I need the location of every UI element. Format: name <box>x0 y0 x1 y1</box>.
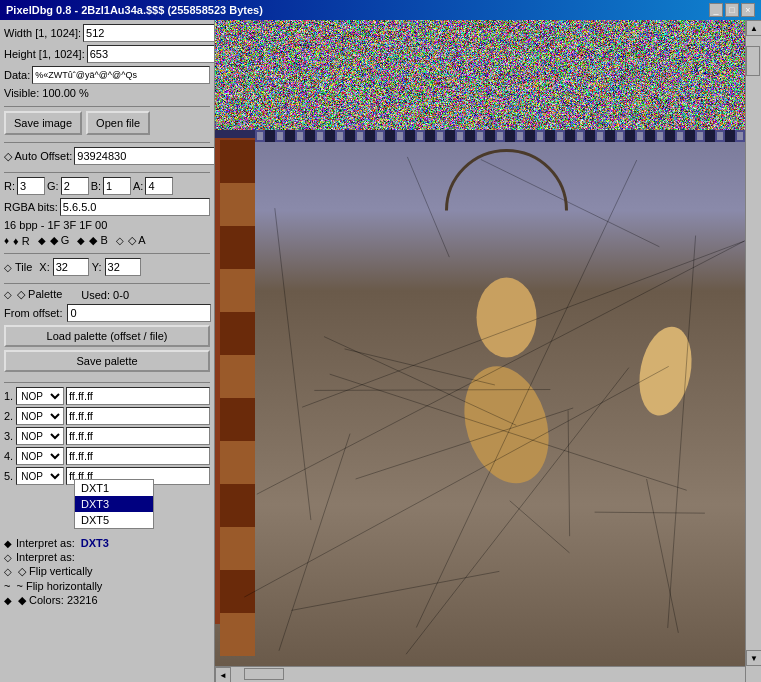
b-input[interactable] <box>103 177 131 195</box>
interpret-filled-row: ◆ Interpret as: DXT3 <box>4 537 210 549</box>
flip-horizontal-row[interactable]: ~ ~ Flip horizontally <box>4 580 210 592</box>
scroll-thumb-v[interactable] <box>746 46 760 76</box>
bits-label: RGBA bits: <box>4 201 58 213</box>
g-diamond-icon: ◆ <box>38 235 46 246</box>
divider5 <box>4 283 210 284</box>
width-row: Width [1, 1024]: <box>4 24 210 42</box>
nop-color-4[interactable] <box>66 447 210 465</box>
nop-row-3: 3. NOP <box>4 427 210 445</box>
palette-diamond-icon: ◇ <box>4 289 12 300</box>
r-label: R: <box>4 180 15 192</box>
colors-row: ◆ ◆ Colors: 23216 <box>4 594 210 607</box>
height-input[interactable] <box>87 45 215 63</box>
nop-color-2[interactable] <box>66 407 210 425</box>
g-label: G: <box>47 180 59 192</box>
scroll-down-button[interactable]: ▼ <box>746 650 761 666</box>
main-layout: Width [1, 1024]: Height [1, 1024]: Data:… <box>0 20 761 682</box>
title-text: PixelDbg 0.8 - 2Bzl1Au34a.$$$ (255858523… <box>6 4 263 16</box>
interpret-dropdown: DXT1 DXT3 DXT5 <box>74 479 154 529</box>
horizontal-scrollbar[interactable]: ◄ ► <box>215 666 745 682</box>
channel-row: ♦ ♦ R ◆ ◆ G ◆ ◆ B ◇ ◇ A <box>4 234 210 247</box>
nop-num-4: 4. <box>4 450 14 462</box>
tile-y-input[interactable] <box>105 258 141 276</box>
height-row: Height [1, 1024]: <box>4 45 210 63</box>
a-input[interactable] <box>145 177 173 195</box>
g-input[interactable] <box>61 177 89 195</box>
close-button[interactable]: × <box>741 3 755 17</box>
nop-num-3: 3. <box>4 430 14 442</box>
tile-x-label: X: <box>39 261 49 273</box>
colors-label: ◆ Colors: 23216 <box>18 594 98 607</box>
interpret-filled-value: DXT3 <box>81 537 109 549</box>
minimize-button[interactable]: _ <box>709 3 723 17</box>
interpret-filled-diamond-icon: ◆ <box>4 538 12 549</box>
flip-v-diamond-icon: ◇ <box>4 566 12 577</box>
dropdown-item-dxt1[interactable]: DXT1 <box>75 480 153 496</box>
nop-select-1[interactable]: NOP <box>16 387 64 405</box>
visible-label: Visible: 100.00 % <box>4 87 89 99</box>
dropdown-item-dxt3[interactable]: DXT3 <box>75 496 153 512</box>
offset-input[interactable] <box>74 147 215 165</box>
scroll-left-button[interactable]: ◄ <box>215 667 231 682</box>
palette-label: ◇ Palette <box>17 288 62 301</box>
from-offset-input[interactable] <box>67 304 211 322</box>
data-label: Data: <box>4 69 30 81</box>
a-channel-label: ◇ A <box>128 234 146 247</box>
nop-select-2[interactable]: NOP <box>16 407 64 425</box>
maximize-button[interactable]: □ <box>725 3 739 17</box>
nop-num-1: 1. <box>4 390 14 402</box>
tile-row: ◇ Tile X: Y: <box>4 258 210 276</box>
divider4 <box>4 253 210 254</box>
flip-vertical-label: ◇ Flip vertically <box>18 565 93 578</box>
nop-color-1[interactable] <box>66 387 210 405</box>
palette-header-row: ◇ ◇ Palette Used: 0-0 <box>4 288 210 301</box>
action-buttons-row: Save image Open file <box>4 111 210 135</box>
tile-y-label: Y: <box>92 261 102 273</box>
auto-label: ◇ Auto Offset: <box>4 150 72 163</box>
flip-vertical-row[interactable]: ◇ ◇ Flip vertically <box>4 565 210 578</box>
nop-select-3[interactable]: NOP <box>16 427 64 445</box>
nop-row-2: 2. NOP <box>4 407 210 425</box>
tile-label: Tile <box>15 261 32 273</box>
save-palette-button[interactable]: Save palette <box>4 350 210 372</box>
a-label: A: <box>133 180 143 192</box>
tile-diamond-icon: ◇ <box>4 262 12 273</box>
bpp-row: 16 bpp - 1F 3F 1F 00 <box>4 219 210 231</box>
visible-row: Visible: 100.00 % <box>4 87 210 99</box>
divider1 <box>4 106 210 107</box>
open-file-button[interactable]: Open file <box>86 111 150 135</box>
divider3 <box>4 172 210 173</box>
width-input[interactable] <box>83 24 215 42</box>
nop-section: 1. NOP 2. NOP 3. NOP 4. <box>4 387 210 487</box>
b-diamond-icon: ◆ <box>77 235 85 246</box>
palette-section: ◇ ◇ Palette Used: 0-0 From offset: Load … <box>4 288 210 375</box>
title-bar: PixelDbg 0.8 - 2Bzl1Au34a.$$$ (255858523… <box>0 0 761 20</box>
rgba-bits-row: RGBA bits: <box>4 198 210 216</box>
interpret-section: DXT1 DXT3 DXT5 ◆ Interpret as: DXT3 ◇ In… <box>4 489 210 607</box>
tile-x-input[interactable] <box>53 258 89 276</box>
g-channel-label: ◆ G <box>50 234 70 247</box>
rgba-row: R: G: B: A: <box>4 177 210 195</box>
dropdown-item-dxt5[interactable]: DXT5 <box>75 512 153 528</box>
data-input[interactable] <box>32 66 210 84</box>
nop-select-4[interactable]: NOP <box>16 447 64 465</box>
interpret-empty-diamond-icon: ◇ <box>4 552 12 563</box>
nop-num-5: 5. <box>4 470 14 482</box>
image-canvas <box>215 20 745 666</box>
from-offset-label: From offset: <box>4 307 62 319</box>
r-input[interactable] <box>17 177 45 195</box>
scroll-thumb-h[interactable] <box>244 668 284 680</box>
divider2 <box>4 142 210 143</box>
load-palette-button[interactable]: Load palette (offset / file) <box>4 325 210 347</box>
width-label: Width [1, 1024]: <box>4 27 81 39</box>
r-channel-label: ♦ R <box>13 235 30 247</box>
save-image-button[interactable]: Save image <box>4 111 82 135</box>
scroll-up-button[interactable]: ▲ <box>746 20 761 36</box>
bits-input[interactable] <box>60 198 210 216</box>
vertical-scrollbar[interactable]: ▲ ▼ <box>745 20 761 682</box>
nop-select-5[interactable]: NOP <box>16 467 64 485</box>
height-label: Height [1, 1024]: <box>4 48 85 60</box>
nop-color-3[interactable] <box>66 427 210 445</box>
right-panel: ▲ ▼ ◄ ► <box>215 20 761 682</box>
nop-row-4: 4. NOP <box>4 447 210 465</box>
